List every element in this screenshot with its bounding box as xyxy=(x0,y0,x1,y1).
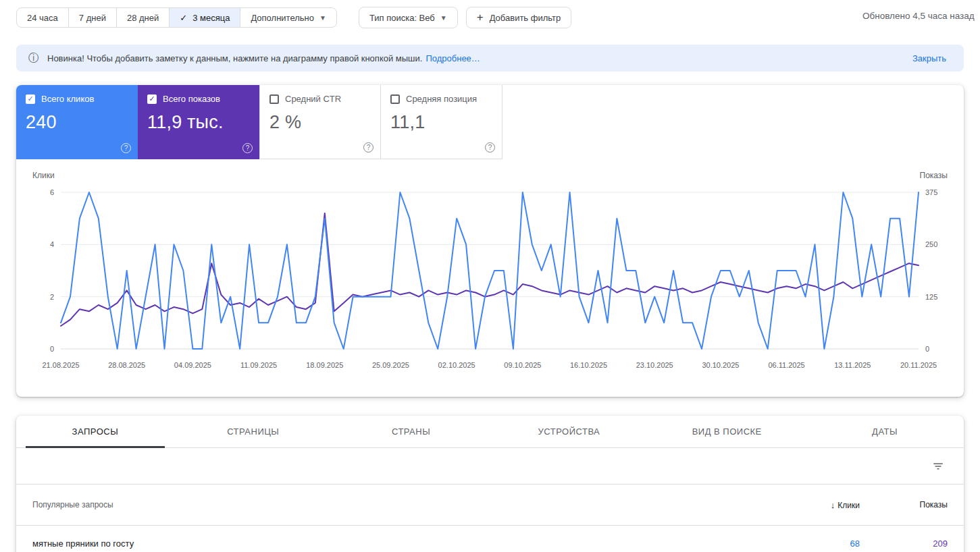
tab-queries[interactable]: ЗАПРОСЫ xyxy=(16,416,174,447)
search-type-dropdown[interactable]: Тип поиска: Веб ▼ xyxy=(359,7,458,28)
sort-descending-icon: ↓ xyxy=(831,500,835,510)
metric-checkbox[interactable] xyxy=(390,94,400,104)
new-feature-banner: ⓘ Новинка! Чтобы добавить заметку к данн… xyxy=(16,45,964,72)
metric-label: Средняя позиция xyxy=(406,94,477,104)
date-range-more-button[interactable]: Дополнительно ▼ xyxy=(240,8,336,27)
svg-text:18.09.2025: 18.09.2025 xyxy=(306,361,343,369)
impressions-header-label: Показы xyxy=(920,500,948,509)
svg-text:0: 0 xyxy=(50,345,54,353)
help-icon[interactable]: ? xyxy=(242,143,253,153)
metric-value: 2 % xyxy=(269,112,371,133)
metric-tile-header: ✓ Всего показов xyxy=(147,94,250,104)
chevron-down-icon: ▼ xyxy=(440,14,447,22)
tab-dates[interactable]: ДАТЫ xyxy=(806,416,964,447)
metric-value: 11,9 тыс. xyxy=(147,112,250,133)
metric-tile-header: ✓ Всего кликов xyxy=(26,94,128,104)
banner-text: Новинка! Чтобы добавить заметку к данным… xyxy=(47,53,422,63)
date-range-7d[interactable]: 7 дней xyxy=(69,8,117,27)
svg-text:21.08.2025: 21.08.2025 xyxy=(42,361,79,369)
svg-text:13.11.2025: 13.11.2025 xyxy=(834,361,871,369)
metric-tile-total-impressions[interactable]: ✓ Всего показов 11,9 тыс. ? xyxy=(138,85,259,159)
svg-text:04.09.2025: 04.09.2025 xyxy=(174,361,211,369)
tab-label: ЗАПРОСЫ xyxy=(72,426,119,437)
svg-text:6: 6 xyxy=(50,188,54,196)
date-range-label: 3 месяца xyxy=(192,13,230,23)
metric-tile-header: Средняя позиция xyxy=(390,94,492,104)
svg-text:11.09.2025: 11.09.2025 xyxy=(240,361,277,369)
impressions-cell: 209 xyxy=(860,539,948,549)
svg-text:250: 250 xyxy=(925,240,937,248)
svg-text:2: 2 xyxy=(50,293,54,301)
query-cell: мятные пряники по госту xyxy=(32,539,772,549)
metric-tile-total-clicks[interactable]: ✓ Всего кликов 240 ? xyxy=(16,85,138,159)
plus-icon: + xyxy=(477,11,484,24)
filter-icon[interactable] xyxy=(929,457,948,476)
metric-value: 11,1 xyxy=(390,112,492,133)
svg-text:0: 0 xyxy=(925,345,929,353)
tab-pages[interactable]: СТРАНИЦЫ xyxy=(174,416,332,447)
svg-text:28.08.2025: 28.08.2025 xyxy=(108,361,145,369)
help-icon[interactable]: ? xyxy=(485,142,495,153)
svg-text:4: 4 xyxy=(50,240,54,248)
date-range-label: 24 часа xyxy=(27,13,58,23)
metric-tiles: ✓ Всего кликов 240 ? ✓ Всего показов 11,… xyxy=(16,85,964,159)
clicks-impressions-chart[interactable]: 0246012525037521.08.202528.08.202504.09.… xyxy=(32,182,948,384)
svg-text:20.11.2025: 20.11.2025 xyxy=(900,361,937,369)
performance-chart-card: ✓ Всего кликов 240 ? ✓ Всего показов 11,… xyxy=(16,85,964,397)
help-icon[interactable]: ? xyxy=(363,142,373,153)
tab-label: УСТРОЙСТВА xyxy=(538,426,600,437)
tab-label: ВИД В ПОИСКЕ xyxy=(692,426,762,437)
clicks-column-header[interactable]: ↓Клики xyxy=(772,500,860,510)
svg-text:25.09.2025: 25.09.2025 xyxy=(372,361,409,369)
chart-axis-labels: Клики Показы xyxy=(16,159,964,180)
check-icon: ✓ xyxy=(180,13,187,23)
svg-text:16.10.2025: 16.10.2025 xyxy=(570,361,607,369)
right-axis-title: Показы xyxy=(920,171,948,180)
date-range-selector: 24 часа 7 дней 28 дней ✓ 3 месяца Дополн… xyxy=(16,7,337,28)
tab-devices[interactable]: УСТРОЙСТВА xyxy=(490,416,648,447)
table-row[interactable]: мятные пряники по госту 68 209 xyxy=(16,526,964,552)
check-icon: ✓ xyxy=(149,94,155,103)
dimension-tabs: ЗАПРОСЫ СТРАНИЦЫ СТРАНЫ УСТРОЙСТВА ВИД В… xyxy=(16,416,964,448)
svg-text:06.11.2025: 06.11.2025 xyxy=(768,361,804,369)
search-console-performance-page: 24 часа 7 дней 28 дней ✓ 3 месяца Дополн… xyxy=(0,0,980,552)
tab-search-appearance[interactable]: ВИД В ПОИСКЕ xyxy=(648,416,806,447)
add-filter-label: Добавить фильтр xyxy=(490,13,561,23)
clicks-cell: 68 xyxy=(772,539,860,549)
search-type-label: Тип поиска: Веб xyxy=(369,13,435,23)
learn-more-link[interactable]: Подробнее… xyxy=(425,53,480,63)
table-filter-row xyxy=(16,448,964,485)
impressions-column-header[interactable]: Показы xyxy=(860,500,948,509)
metric-label: Всего кликов xyxy=(41,94,94,104)
svg-text:23.10.2025: 23.10.2025 xyxy=(636,361,673,369)
metric-checkbox[interactable] xyxy=(269,94,279,104)
dimension-column-header: Популярные запросы xyxy=(32,500,772,509)
date-range-label: 7 дней xyxy=(79,13,106,23)
svg-text:02.10.2025: 02.10.2025 xyxy=(438,361,475,369)
tab-countries[interactable]: СТРАНЫ xyxy=(332,416,490,447)
tab-label: СТРАНИЦЫ xyxy=(227,426,279,437)
add-filter-button[interactable]: + Добавить фильтр xyxy=(466,7,572,28)
svg-text:375: 375 xyxy=(925,188,937,196)
metric-tile-average-position[interactable]: Средняя позиция 11,1 ? xyxy=(381,85,502,159)
metric-checkbox[interactable]: ✓ xyxy=(147,94,157,104)
date-range-24h[interactable]: 24 часа xyxy=(17,8,69,27)
info-icon: ⓘ xyxy=(28,51,39,65)
check-icon: ✓ xyxy=(27,94,33,103)
banner-close-button[interactable]: Закрыть xyxy=(907,53,952,63)
date-range-3m[interactable]: ✓ 3 месяца xyxy=(170,8,240,27)
help-icon[interactable]: ? xyxy=(121,143,131,153)
last-updated-text: Обновлено 4,5 часа назад xyxy=(862,11,975,21)
metric-value: 240 xyxy=(26,112,128,133)
left-axis-title: Клики xyxy=(32,171,55,180)
metric-label: Всего показов xyxy=(163,94,220,104)
metric-checkbox[interactable]: ✓ xyxy=(26,94,35,104)
svg-text:30.10.2025: 30.10.2025 xyxy=(702,361,739,369)
date-range-label: 28 дней xyxy=(127,13,159,23)
date-range-28d[interactable]: 28 дней xyxy=(117,8,170,27)
tab-label: СТРАНЫ xyxy=(392,426,430,437)
toolbar: 24 часа 7 дней 28 дней ✓ 3 месяца Дополн… xyxy=(0,0,980,30)
table-header: Популярные запросы ↓Клики Показы xyxy=(16,485,964,526)
metric-tile-header: Средний CTR xyxy=(269,94,371,104)
metric-tile-average-ctr[interactable]: Средний CTR 2 % ? xyxy=(259,85,381,159)
